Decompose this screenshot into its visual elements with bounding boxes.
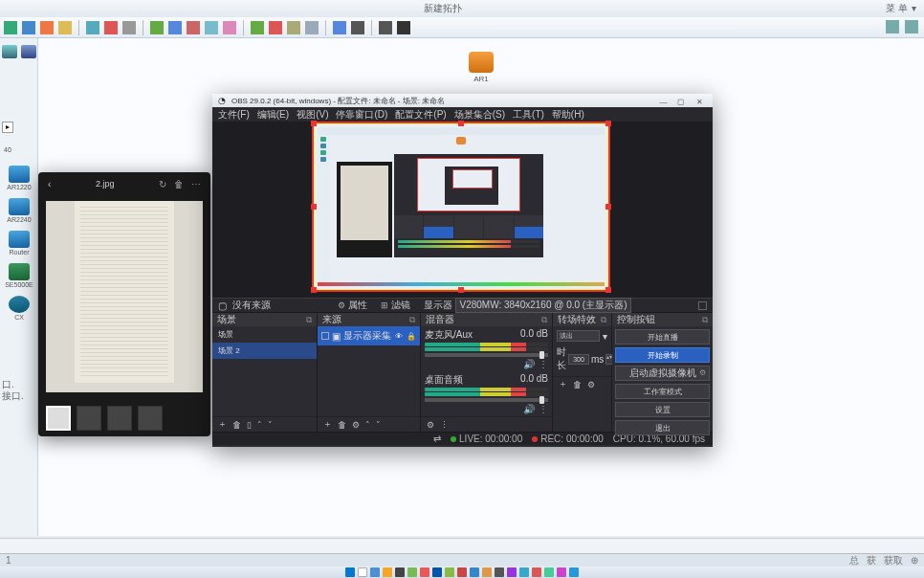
popout-icon[interactable]: ⧉ (601, 315, 606, 325)
scene-filter-icon[interactable]: ▯ (247, 420, 252, 430)
back-icon[interactable]: ‹ (48, 179, 51, 189)
menu-button[interactable]: 菜 单 (886, 0, 908, 17)
settings-button[interactable]: 设置 (615, 402, 710, 417)
toolbar-right-icon[interactable] (886, 20, 899, 33)
switch-category-icon[interactable] (21, 45, 36, 58)
exit-button[interactable]: 退出 (615, 420, 710, 435)
toolbar-right-button[interactable] (698, 301, 707, 310)
tool-layer-icon[interactable] (351, 21, 364, 34)
transitions-header[interactable]: 转场特效⧉ (553, 313, 611, 326)
taskbar-app-icon[interactable] (482, 567, 492, 577)
resize-handle[interactable] (605, 287, 611, 293)
track-menu-icon[interactable]: ⋮ (539, 359, 548, 369)
tool-redo-icon[interactable] (122, 21, 136, 34)
resize-handle[interactable] (311, 121, 317, 126)
taskbar-app-icon[interactable] (383, 567, 392, 577)
obs-preview[interactable] (212, 122, 713, 298)
tool-fit-icon[interactable] (187, 21, 200, 34)
remove-source-icon[interactable]: 🗑 (338, 420, 346, 430)
gear-icon[interactable]: ⚙ (699, 368, 706, 377)
resize-handle[interactable] (458, 121, 464, 126)
slider-thumb[interactable] (539, 396, 544, 404)
menu-dock[interactable]: 停靠窗口(D) (336, 108, 387, 122)
resize-handle[interactable] (311, 287, 317, 293)
resize-handle[interactable] (605, 121, 611, 126)
device-item[interactable]: CX (0, 296, 38, 321)
resize-handle[interactable] (458, 287, 464, 293)
properties-button[interactable]: ⚙属性 (334, 299, 371, 312)
resize-handle[interactable] (311, 204, 317, 210)
source-visibility-checkbox[interactable] (321, 332, 329, 340)
taskbar-app-icon[interactable] (557, 567, 566, 577)
image-viewer-window[interactable]: ‹ 2.jpg ↻ 🗑 ⋯ (38, 172, 210, 436)
scene-up-icon[interactable]: ˄ (257, 420, 262, 430)
taskbar-app-icon[interactable] (544, 567, 554, 577)
canvas-hscroll[interactable] (0, 538, 924, 553)
mixer-header[interactable]: 混音器⧉ (421, 313, 552, 326)
taskbar-app-icon[interactable] (519, 567, 529, 577)
menu-help[interactable]: 帮助(H) (552, 108, 584, 122)
obs-window[interactable]: ◔ OBS 29.0.2 (64-bit, windows) - 配置文件: 未… (212, 94, 713, 447)
mute-icon[interactable]: 🔊 (523, 359, 535, 369)
tool-print-icon[interactable] (86, 21, 99, 34)
track-menu-icon[interactable]: ⋮ (539, 404, 548, 414)
maximize-button[interactable]: ▢ (673, 98, 689, 106)
tool-zoomout-icon[interactable] (168, 21, 182, 34)
add-transition-icon[interactable]: ＋ (559, 378, 567, 390)
eye-icon[interactable]: 👁 (395, 332, 403, 341)
menu-edit[interactable]: 编辑(E) (257, 108, 289, 122)
studio-mode-button[interactable]: 工作室模式 (615, 384, 710, 399)
start-streaming-button[interactable]: 开始直播 (615, 329, 710, 345)
sources-header[interactable]: 来源⧉ (318, 313, 420, 326)
device-item[interactable]: Router (0, 231, 38, 256)
taskbar-app-icon[interactable] (370, 567, 380, 577)
duration-input[interactable] (568, 354, 589, 365)
taskbar-app-icon[interactable] (457, 567, 467, 577)
taskbar-app-icon[interactable] (407, 567, 417, 577)
remove-scene-icon[interactable]: 🗑 (232, 420, 241, 430)
scene-item[interactable]: 场景 2 (212, 343, 317, 359)
mixer-menu-icon[interactable]: ⋮ (440, 420, 449, 430)
tool-start-icon[interactable] (251, 21, 264, 34)
volume-slider[interactable] (425, 353, 548, 357)
scene-down-icon[interactable]: ˅ (268, 420, 273, 430)
popout-icon[interactable]: ⧉ (409, 315, 415, 325)
menu-chevron-icon[interactable]: ▾ (912, 0, 916, 17)
taskbar-app-icon[interactable] (445, 567, 454, 577)
chevron-down-icon[interactable]: ▾ (603, 331, 607, 342)
start-button-icon[interactable] (345, 567, 355, 577)
transition-props-icon[interactable]: ⚙ (587, 380, 595, 389)
tool-stop-icon[interactable] (269, 21, 282, 34)
delete-icon[interactable]: 🗑 (174, 179, 184, 189)
taskbar-app-icon[interactable] (507, 567, 517, 577)
expand-button[interactable]: ▸ (2, 122, 13, 133)
rotate-icon[interactable]: ↻ (159, 179, 166, 189)
device-item[interactable]: AR2240 (0, 198, 38, 223)
resize-handle[interactable] (605, 204, 611, 210)
source-props-icon[interactable]: ⚙ (352, 420, 360, 430)
tool-zoomin-icon[interactable] (150, 21, 164, 34)
virtual-camera-button[interactable]: 启动虚拟摄像机⚙ (615, 366, 710, 381)
toolbar-right-icon[interactable] (905, 20, 918, 33)
obs-titlebar[interactable]: ◔ OBS 29.0.2 (64-bit, windows) - 配置文件: 未… (212, 94, 713, 107)
popout-icon[interactable]: ⧉ (541, 315, 547, 325)
start-recording-button[interactable]: 开始录制 (615, 347, 710, 363)
lock-icon[interactable]: 🔒 (407, 332, 416, 341)
device-item[interactable]: SE5000E (0, 263, 38, 288)
thumbnail[interactable] (107, 406, 132, 431)
tool-save-icon[interactable] (40, 21, 54, 34)
tool-palette-icon[interactable] (333, 21, 346, 34)
taskbar-app-icon[interactable] (420, 567, 429, 577)
popout-icon[interactable]: ⧉ (702, 315, 708, 325)
tool-capture-icon[interactable] (287, 21, 300, 34)
taskbar-app-icon[interactable] (495, 567, 504, 577)
tool-new-icon[interactable] (4, 21, 17, 34)
menu-profile[interactable]: 配置文件(P) (395, 108, 446, 122)
slider-thumb[interactable] (539, 351, 544, 359)
taskbar-app-icon[interactable] (532, 567, 541, 577)
volume-slider[interactable] (425, 398, 548, 402)
windows-taskbar[interactable] (0, 567, 924, 578)
tool-cli-icon[interactable] (379, 21, 392, 34)
remove-transition-icon[interactable]: 🗑 (573, 380, 582, 389)
router-node[interactable]: AR1 (469, 52, 494, 83)
